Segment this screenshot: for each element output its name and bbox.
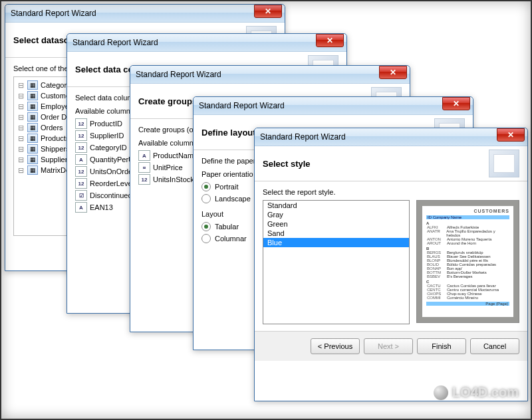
radio-icon [201, 234, 211, 243]
style-option[interactable]: Sand [263, 229, 409, 238]
column-type-icon: A [138, 150, 150, 161]
style-option[interactable]: Gray [263, 210, 409, 219]
radio-icon [201, 194, 211, 203]
close-icon[interactable]: ✕ [254, 5, 282, 18]
table-icon: ▦ [27, 112, 38, 122]
column-type-icon: 12 [75, 166, 87, 177]
tree-connector-icon: ⊟ [17, 166, 25, 175]
tree-connector-icon: ⊟ [17, 81, 25, 90]
step-heading: Select style [263, 159, 311, 169]
close-icon[interactable]: ✕ [497, 128, 525, 142]
column-type-icon: A [75, 202, 87, 213]
table-icon: ▦ [27, 91, 38, 100]
prompt-label: Select the report style. [263, 188, 519, 196]
style-preview: CUSTOMERSID Company NameAALFKIAlfreds Fu… [416, 200, 519, 323]
close-icon[interactable]: ✕ [379, 66, 407, 79]
preview-title: CUSTOMERS [426, 209, 509, 213]
report-icon [489, 150, 519, 177]
table-icon: ▦ [27, 134, 38, 143]
titlebar[interactable]: Standard Report Wizard ✕ [130, 66, 410, 84]
close-icon[interactable]: ✕ [316, 34, 344, 47]
titlebar[interactable]: Standard Report Wizard ✕ [5, 5, 285, 23]
style-option[interactable]: Blue [263, 238, 409, 247]
titlebar[interactable]: Standard Report Wizard ✕ [194, 97, 473, 115]
column-type-icon: 12 [75, 142, 87, 153]
window-title: Standard Report Wizard [136, 70, 379, 79]
preview-row: ANATRAna Trujillo Emparedados y helados [426, 229, 509, 237]
previous-button[interactable]: < Previous [311, 338, 360, 354]
tree-connector-icon: ⊟ [17, 102, 25, 111]
preview-row: AROUTAround the Horn [426, 241, 509, 245]
preview-header: ID Company Name [426, 215, 509, 219]
table-icon: ▦ [27, 80, 38, 90]
titlebar[interactable]: Standard Report Wizard ✕ [67, 34, 346, 52]
preview-row: COMMIComércio Mineiro [426, 296, 509, 300]
radio-icon [201, 182, 211, 191]
tree-connector-icon: ⊟ [17, 124, 25, 132]
table-icon: ▦ [27, 165, 38, 175]
column-type-icon: ☑ [75, 190, 87, 201]
tree-connector-icon: ⊟ [17, 92, 25, 100]
column-type-icon: 12 [75, 118, 87, 129]
column-type-icon: 12 [138, 174, 150, 185]
tree-connector-icon: ⊟ [17, 134, 25, 143]
preview-row: BSBEVB's Beverages [426, 274, 509, 278]
close-icon[interactable]: ✕ [442, 97, 470, 110]
table-icon: ▦ [27, 123, 38, 132]
preview-footer: Page {Page} [426, 302, 509, 306]
window-title: Standard Report Wizard [11, 9, 254, 18]
step-heading: Define layout [201, 128, 256, 138]
window-title: Standard Report Wizard [260, 132, 497, 142]
table-icon: ▦ [27, 144, 38, 154]
column-type-icon: A [75, 154, 87, 165]
cancel-button[interactable]: Cancel [470, 338, 519, 354]
step-heading: Create groups [138, 96, 197, 106]
style-listbox[interactable]: StandardGrayGreenSandBlue [263, 200, 410, 324]
tree-connector-icon: ⊟ [17, 156, 25, 164]
column-type-icon: 12 [75, 130, 87, 141]
column-type-icon: 12 [75, 178, 87, 189]
titlebar[interactable]: Standard Report Wizard ✕ [255, 128, 527, 146]
table-icon: ▦ [27, 102, 38, 111]
table-icon: ▦ [27, 155, 38, 164]
tree-connector-icon: ⊟ [17, 145, 25, 154]
window-title: Standard Report Wizard [72, 38, 316, 47]
tree-connector-icon: ⊟ [17, 113, 25, 122]
finish-button[interactable]: Finish [417, 338, 466, 354]
button-row: < Previous Next > Finish Cancel [255, 331, 527, 361]
next-button[interactable]: Next > [364, 338, 413, 354]
wizard-window-style: Standard Report Wizard ✕ Select style Se… [254, 128, 528, 401]
style-option[interactable]: Green [263, 219, 409, 229]
style-option[interactable]: Standard [263, 201, 409, 210]
radio-icon [201, 222, 211, 231]
column-type-icon: ¤ [138, 162, 150, 173]
window-title: Standard Report Wizard [199, 101, 442, 110]
